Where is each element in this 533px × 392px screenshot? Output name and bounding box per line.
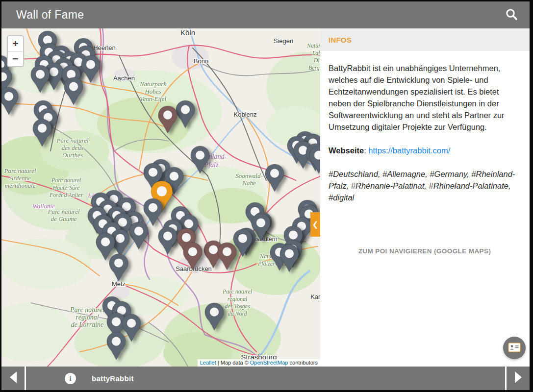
- search-icon: [505, 7, 518, 23]
- map-marker-gray[interactable]: [203, 302, 225, 333]
- poi-hashtags: #Deutschland, #Allemagne, #Germany, #Rhe…: [329, 168, 521, 203]
- contact-card-icon: [508, 342, 521, 354]
- map-zoom-control: + −: [7, 35, 24, 67]
- next-poi-button[interactable]: [507, 367, 530, 390]
- poi-description: BattyRabbit ist ein unabhängiges Unterne…: [329, 62, 521, 133]
- osm-link[interactable]: OpenStreetMap: [250, 360, 288, 366]
- map-marker-gray[interactable]: [31, 119, 53, 149]
- map-marker-gray[interactable]: [264, 164, 285, 194]
- prev-poi-button[interactable]: [1, 367, 25, 390]
- app-frame: Wall of Fame: [1, 1, 530, 390]
- map-marker-gray[interactable]: [29, 65, 51, 95]
- website-separator: :: [364, 146, 368, 155]
- map-marker-brown[interactable]: [216, 242, 238, 272]
- map-markers-layer: [1, 28, 320, 367]
- zoom-out-button[interactable]: −: [8, 51, 23, 66]
- map-marker-gray[interactable]: [1, 87, 20, 117]
- panel-collapse-tab[interactable]: ❮: [310, 212, 320, 237]
- info-icon: i: [65, 373, 76, 384]
- attribution-suffix: contributors: [288, 360, 318, 366]
- contact-card-button[interactable]: [503, 337, 526, 359]
- info-panel-body: BattyRabbit ist ein unabhängiges Unterne…: [320, 51, 530, 257]
- map-marker-gray[interactable]: [105, 332, 127, 362]
- map-attribution: Leaflet | Map data © OpenStreetMap contr…: [198, 359, 320, 367]
- map-marker-gray[interactable]: [308, 146, 320, 176]
- map-container[interactable]: KölnBonnHeerlenAachenSiegenKoblenzKaiser…: [1, 28, 320, 367]
- info-panel-title: INFOS: [329, 36, 352, 44]
- attribution-separator: |: [216, 360, 221, 366]
- map-marker-gray[interactable]: [63, 77, 84, 107]
- leaflet-link[interactable]: Leaflet: [200, 360, 216, 366]
- website-link[interactable]: https://battyrabbit.com/: [368, 146, 450, 155]
- map-marker-gray[interactable]: [189, 146, 211, 176]
- current-poi-name: battyRabbit: [92, 374, 134, 383]
- zoom-in-button[interactable]: +: [8, 36, 23, 51]
- page-title: Wall of Fame: [16, 8, 84, 22]
- info-panel-header: INFOS: [320, 28, 530, 51]
- app-header: Wall of Fame: [1, 1, 530, 28]
- map-marker-gray[interactable]: [108, 253, 129, 284]
- map-marker-brown[interactable]: [157, 105, 178, 136]
- navigate-to-poi-button[interactable]: ZUM POI NAVIGIEREN (GOOGLE MAPS): [329, 245, 521, 257]
- map-marker-gray[interactable]: [279, 244, 300, 274]
- arrow-right-icon: [514, 371, 523, 386]
- info-panel: INFOS BattyRabbit ist ein unabhängiges U…: [320, 28, 530, 367]
- map-marker-gray[interactable]: [128, 221, 150, 252]
- chevron-left-icon: ❮: [312, 220, 319, 229]
- attribution-prefix: Map data ©: [221, 360, 250, 366]
- arrow-left-icon: [9, 371, 18, 386]
- bottom-bar: i battyRabbit: [1, 367, 530, 390]
- current-poi-zone[interactable]: i battyRabbit: [26, 367, 505, 390]
- website-label: Webseite: [329, 146, 364, 155]
- search-button[interactable]: [503, 7, 520, 24]
- website-line: Webseite: https://battyrabbit.com/: [329, 145, 521, 156]
- map-marker-brown[interactable]: [182, 242, 203, 272]
